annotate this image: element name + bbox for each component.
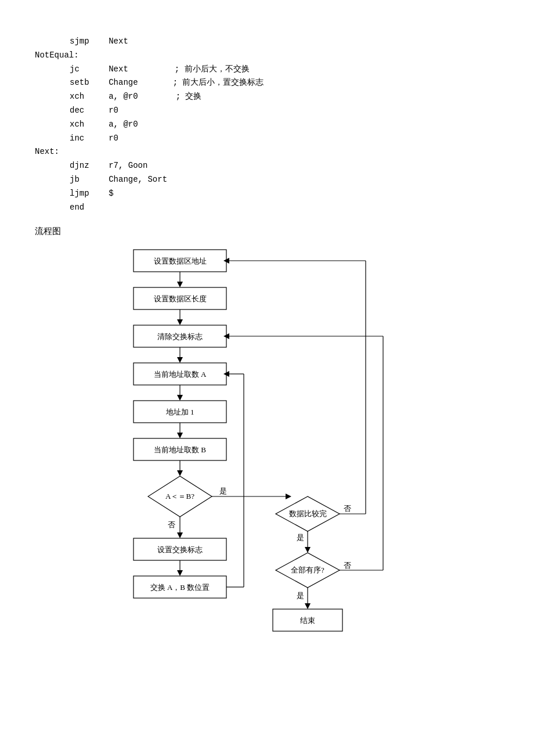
code-block: sjmp Next NotEqual: jc Next; 前小后大，不交换 se…: [35, 35, 499, 214]
svg-marker-11: [177, 395, 183, 401]
label-no-compare: 否: [344, 504, 351, 513]
node-1: 设置数据区地址: [154, 257, 207, 265]
svg-marker-20: [177, 532, 183, 538]
flowchart-container: 设置数据区地址 设置数据区长度 清除交换标志 当前地址取数 A 地址加 1 当前…: [35, 244, 499, 674]
flowchart-title: 流程图: [35, 226, 499, 237]
label-no-ab: 否: [168, 520, 175, 529]
node-diamond-order: 全部有序?: [291, 566, 324, 574]
node-diamond-ab: A＜＝B?: [165, 492, 194, 501]
label-yes-ab: 是: [219, 487, 227, 495]
code-line-xch2: xch a, @r0: [35, 118, 499, 132]
svg-marker-2: [177, 282, 183, 287]
code-label-next: Next:: [35, 145, 499, 159]
svg-marker-40: [305, 603, 311, 609]
svg-marker-14: [177, 433, 183, 438]
code-line-djnz: djnz r7, Goon: [35, 159, 499, 173]
svg-marker-26: [286, 494, 291, 499]
node-3: 清除交换标志: [157, 332, 203, 341]
node-2: 设置数据区长度: [154, 294, 207, 303]
node-8: 交换 A，B 数位置: [150, 583, 210, 592]
svg-marker-23: [177, 570, 183, 576]
svg-marker-5: [177, 319, 183, 325]
code-line-end: end: [35, 201, 499, 215]
label-no-order: 否: [344, 561, 351, 570]
svg-marker-8: [177, 357, 183, 363]
code-label-notequal: NotEqual:: [35, 49, 499, 63]
code-line-setb: setb Change; 前大后小，置交换标志: [35, 76, 499, 90]
code-line-jb: jb Change, Sort: [35, 173, 499, 187]
label-yes-compare: 是: [297, 533, 304, 542]
node-7: 设置交换标志: [157, 545, 203, 554]
node-diamond-compare: 数据比较完: [289, 509, 327, 518]
node-4: 当前地址取数 A: [154, 370, 207, 379]
code-line-sjmp: sjmp Next: [35, 35, 499, 49]
svg-marker-29: [305, 547, 311, 553]
node-5: 地址加 1: [165, 408, 194, 416]
code-line-inc: inc r0: [35, 132, 499, 146]
code-line-dec: dec r0: [35, 104, 499, 118]
code-line-xch1: xch a, @r0; 交换: [35, 90, 499, 104]
label-yes-order: 是: [297, 591, 304, 600]
svg-marker-17: [177, 470, 183, 476]
code-line-jc: jc Next; 前小后大，不交换: [35, 63, 499, 77]
code-line-ljmp: ljmp $: [35, 187, 499, 201]
node-6: 当前地址取数 B: [154, 445, 206, 454]
node-end: 结束: [300, 616, 315, 625]
